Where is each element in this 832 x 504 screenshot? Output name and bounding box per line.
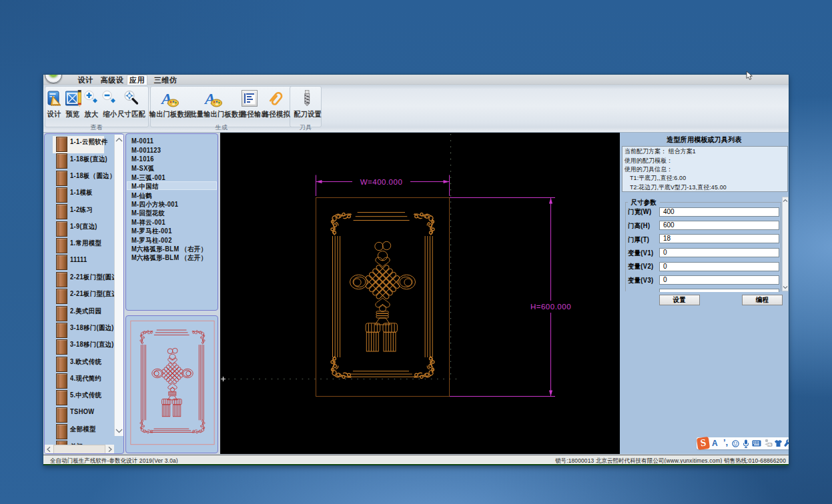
svg-text:1.5: 1.5 [768,443,773,447]
svg-text:H=600.000: H=600.000 [530,303,571,311]
svg-text:W=400.000: W=400.000 [360,178,403,186]
